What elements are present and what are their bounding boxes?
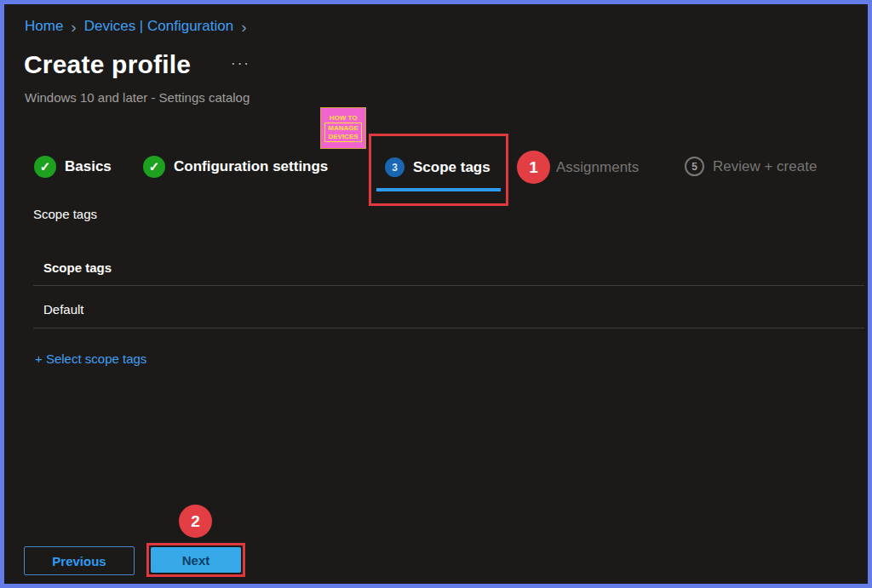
next-button[interactable]: Next — [151, 547, 241, 573]
tab-review-create-label: Review + create — [713, 158, 817, 175]
tab-configuration-settings[interactable]: ✓ Configuration settings — [143, 156, 328, 178]
howtomanagedevices-watermark: HOW TO MANAGE DEVICES — [320, 107, 366, 149]
sticker-line1: HOW TO — [330, 114, 358, 122]
table-divider — [33, 285, 864, 286]
select-scope-tags-link[interactable]: + Select scope tags — [35, 351, 146, 366]
chevron-right-icon: › — [241, 19, 246, 35]
breadcrumb-home-link[interactable]: Home — [25, 18, 63, 35]
tab-basics[interactable]: ✓ Basics — [34, 156, 112, 178]
tab-assignments-label: Assignments — [556, 159, 639, 176]
page-title: Create profile — [24, 50, 191, 79]
chevron-right-icon: › — [71, 19, 76, 35]
check-icon: ✓ — [143, 156, 165, 178]
create-profile-page: Home › Devices | Configuration › Create … — [0, 0, 872, 588]
step-number-5-icon: 5 — [685, 157, 704, 176]
more-menu-button[interactable]: ··· — [231, 55, 250, 72]
previous-button[interactable]: Previous — [24, 546, 135, 575]
tab-review-create: 5 Review + create — [685, 157, 817, 176]
check-icon: ✓ — [34, 156, 56, 178]
sticker-line3: DEVICES — [328, 133, 359, 140]
annotation-box-next: Next — [146, 543, 245, 577]
annotation-circle-1: 1 — [517, 151, 550, 184]
annotation-circle-2: 2 — [179, 505, 212, 538]
breadcrumb-devices-configuration-link[interactable]: Devices | Configuration — [84, 18, 233, 35]
page-subtitle: Windows 10 and later - Settings catalog — [25, 90, 250, 105]
scope-tags-column-header: Scope tags — [43, 260, 112, 275]
tab-configuration-settings-label: Configuration settings — [174, 158, 328, 175]
scope-tag-row-default: Default — [43, 302, 84, 317]
annotation-box-scope-tags: 3 Scope tags — [369, 134, 508, 206]
tab-scope-tags[interactable]: 3 Scope tags — [385, 157, 490, 177]
breadcrumb: Home › Devices | Configuration › — [25, 18, 246, 35]
step-number-3-icon: 3 — [385, 157, 404, 177]
tab-assignments: Assignments — [556, 159, 639, 176]
sticker-line2: MANAGE — [328, 124, 359, 132]
tab-basics-label: Basics — [65, 158, 112, 175]
active-tab-underline — [376, 188, 501, 191]
tab-scope-tags-label: Scope tags — [413, 159, 490, 176]
table-divider — [33, 328, 864, 328]
sticker-box: MANAGE DEVICES — [324, 123, 362, 141]
scope-tags-section-label: Scope tags — [33, 207, 97, 221]
